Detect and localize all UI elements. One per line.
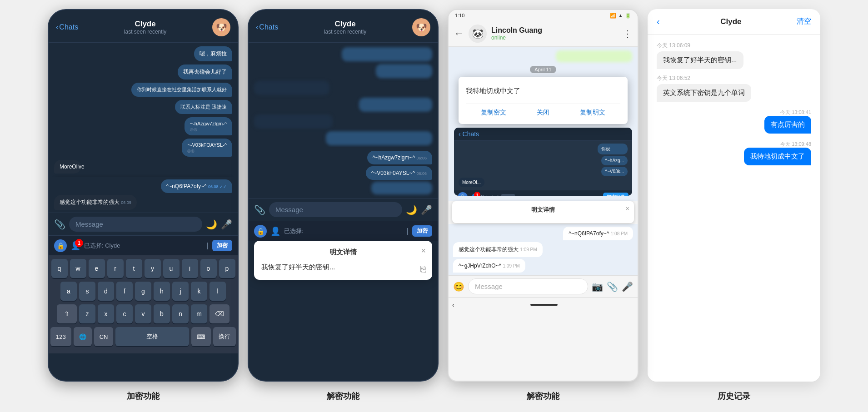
history-clear-btn[interactable]: 清空: [797, 17, 811, 26]
attachment-icon-1[interactable]: 📎: [54, 219, 65, 230]
copy-plain-btn[interactable]: 复制明文: [580, 109, 605, 117]
key-y[interactable]: y: [145, 259, 161, 278]
emoji-icon-1[interactable]: 🌙: [206, 219, 217, 230]
message-input-1[interactable]: Message: [69, 217, 202, 232]
key-r[interactable]: r: [107, 259, 124, 278]
inner-encrypt-bar: 🔒 👤 1 Selected 加密发送: [454, 190, 632, 196]
attachment-icon-3[interactable]: 📎: [607, 281, 618, 292]
copy-cipher-btn[interactable]: 复制密文: [481, 109, 506, 117]
android-message-input[interactable]: Message: [468, 278, 588, 294]
key-globe[interactable]: 🌐: [74, 327, 92, 346]
key-b[interactable]: b: [154, 304, 170, 323]
key-i[interactable]: i: [182, 259, 198, 278]
inner-chat-overlay: ‹ Chats 你设 ^~hAzg... ^~V03k... MoreOl...: [454, 128, 632, 196]
key-x[interactable]: x: [98, 304, 114, 323]
key-shift[interactable]: ⇧: [57, 304, 77, 323]
key-d[interactable]: d: [98, 282, 114, 301]
back-button-2[interactable]: ‹ Chats: [256, 23, 278, 31]
attachment-icon-2[interactable]: 📎: [254, 204, 265, 215]
history-msg-item: 今天 13:09:48 我特地切成中文了: [744, 139, 811, 165]
inner-msg-row: 你设: [459, 144, 628, 154]
key-delete[interactable]: ⌫: [210, 304, 229, 323]
msg-bubble: ~-hAzgw7zlgm-^◎◎: [185, 117, 232, 135]
key-t[interactable]: t: [126, 259, 142, 278]
key-p[interactable]: p: [219, 259, 235, 278]
blurred-msg: encrypted msg 2: [376, 64, 432, 78]
key-k[interactable]: k: [191, 282, 207, 301]
inner-messages: 你设 ^~hAzg... ^~V03k... MoreOl...: [454, 141, 632, 190]
msg-bubble-in-history: 英文系统下密钥是九个单词: [657, 84, 751, 102]
inner-msg-row: ^~V03k...: [459, 167, 628, 176]
key-s[interactable]: s: [79, 282, 95, 301]
message-input-2[interactable]: Message: [269, 202, 402, 217]
close-popup-btn[interactable]: 关闭: [537, 109, 549, 117]
key-cn[interactable]: CN: [94, 327, 114, 346]
inner-lock-icon[interactable]: 🔒: [458, 192, 468, 196]
msg-row: 你到时候直接在社交里集活加联系人就好: [54, 83, 232, 97]
inner-back[interactable]: ‹ Chats: [459, 130, 479, 138]
header-center-1: Clyde last seen recently: [78, 20, 212, 35]
key-l[interactable]: l: [210, 282, 226, 301]
android-avatar: 🐼: [469, 25, 487, 43]
camera-icon-3[interactable]: 📷: [592, 281, 603, 292]
key-a[interactable]: a: [60, 282, 77, 301]
copy-icon-2[interactable]: ⎘: [420, 264, 426, 274]
back-label-1[interactable]: Chats: [59, 23, 78, 31]
inner-msg: 你设: [598, 144, 628, 154]
key-o[interactable]: o: [200, 259, 217, 278]
key-u[interactable]: u: [163, 259, 180, 278]
key-m[interactable]: m: [191, 304, 207, 323]
msg-row: MoreOlive: [54, 160, 90, 174]
panel3-section: 1:10 📶 ▲ 🔋 ← 🐼 Lincoln Guang online ⋮ en…: [448, 9, 639, 402]
mic-icon-1[interactable]: 🎤: [221, 219, 232, 230]
msg-row: 联系人标注是 迅捷速: [54, 100, 232, 114]
more-icon-3[interactable]: ⋮: [623, 28, 632, 39]
popup-content: 我特地切成中文了: [466, 86, 620, 96]
key-g[interactable]: g: [135, 282, 151, 301]
mic-icon-3[interactable]: 🎤: [622, 281, 633, 292]
avatar-2: 🐶: [412, 18, 430, 36]
back-button-1[interactable]: ‹ Chats: [56, 23, 78, 31]
android-header-status: online: [491, 35, 619, 41]
nav-back-icon[interactable]: ‹: [452, 301, 454, 308]
encrypt-button-1[interactable]: 加密: [212, 240, 232, 251]
encrypt-toggle-2[interactable]: 🔒: [254, 225, 267, 238]
encrypt-button-2[interactable]: 加密: [412, 225, 432, 237]
header-center-2: Clyde last seen recently: [278, 20, 412, 35]
mic-icon-2[interactable]: 🎤: [421, 204, 432, 215]
panel3-label: 解密功能: [527, 391, 559, 402]
key-q[interactable]: q: [51, 259, 68, 278]
key-123[interactable]: 123: [50, 327, 71, 346]
time-label: 1:10: [455, 13, 464, 18]
key-f[interactable]: f: [116, 282, 133, 301]
selected-label-2: 已选择:: [284, 227, 403, 235]
history-back-btn[interactable]: ‹: [657, 16, 660, 27]
keyboard-1: q w e r t y u i o p a s d f g h j k l: [49, 255, 238, 353]
history-msg-item: 今天 13:08:41 有点厉害的: [764, 107, 811, 134]
panel4-label: 历史记录: [718, 391, 750, 402]
key-z[interactable]: z: [79, 304, 95, 323]
back-arrow-3[interactable]: ←: [454, 28, 464, 40]
key-space[interactable]: 空格: [115, 327, 189, 346]
inner-encrypt-send-btn[interactable]: 加密发送: [603, 193, 629, 196]
inner-badge: 👤 1: [470, 193, 478, 196]
encrypt-toggle-1[interactable]: 🔒: [54, 239, 67, 252]
key-w[interactable]: w: [70, 259, 86, 278]
key-h[interactable]: h: [154, 282, 170, 301]
blurred-msg: another encrypted msg: [359, 98, 432, 112]
inner-selected-text: Selected: [481, 194, 499, 196]
decrypted-messages-2: ^~hAzgw7zlgm~^ 06:06 ^~V03kF0AYSL~^ 06:0…: [249, 147, 438, 198]
emoji-android-icon[interactable]: 😊: [453, 281, 464, 292]
key-keyboard[interactable]: ⌨: [191, 327, 211, 346]
back-label-2[interactable]: Chats: [259, 23, 278, 31]
emoji-icon-2[interactable]: 🌙: [406, 204, 417, 215]
modal-close-2[interactable]: ×: [421, 246, 426, 256]
android-modal-close[interactable]: ×: [626, 205, 629, 212]
key-n[interactable]: n: [172, 304, 189, 323]
key-return[interactable]: 换行: [213, 327, 236, 346]
key-c[interactable]: c: [116, 304, 133, 323]
avatar-small-1: 👤 1: [70, 241, 80, 251]
key-e[interactable]: e: [89, 259, 105, 278]
key-v[interactable]: v: [135, 304, 151, 323]
key-j[interactable]: j: [172, 282, 189, 301]
